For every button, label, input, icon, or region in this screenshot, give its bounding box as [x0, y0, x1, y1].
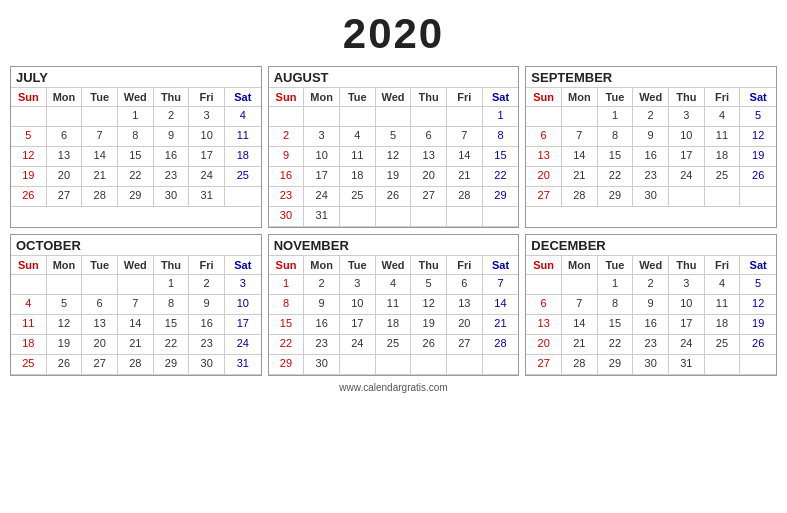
empty-cell: [669, 187, 705, 207]
day-cell: 3: [669, 275, 705, 295]
day-cell: 16: [304, 315, 340, 335]
day-cell: 2: [304, 275, 340, 295]
day-cell: 7: [447, 127, 483, 147]
day-cell: 26: [11, 187, 47, 207]
day-header-thu: Thu: [411, 88, 447, 107]
day-cell: 11: [11, 315, 47, 335]
day-cell: 21: [562, 167, 598, 187]
empty-cell: [562, 275, 598, 295]
empty-cell: [376, 355, 412, 375]
day-cell: 2: [154, 107, 190, 127]
day-header-fri: Fri: [705, 88, 741, 107]
day-cell: 29: [118, 187, 154, 207]
month-calendar-november: NOVEMBERSunMonTueWedThuFriSat12345678910…: [268, 234, 520, 376]
empty-cell: [304, 107, 340, 127]
day-cell: 7: [562, 127, 598, 147]
day-cell: 14: [562, 147, 598, 167]
day-cell: 8: [483, 127, 519, 147]
day-header-wed: Wed: [118, 88, 154, 107]
day-cell: 15: [154, 315, 190, 335]
day-cell: 10: [669, 295, 705, 315]
day-cell: 9: [633, 295, 669, 315]
day-cell: 19: [47, 335, 83, 355]
day-header-sun: Sun: [526, 88, 562, 107]
day-header-thu: Thu: [669, 256, 705, 275]
empty-cell: [411, 107, 447, 127]
day-cell: 24: [225, 335, 261, 355]
day-cell: 10: [669, 127, 705, 147]
empty-cell: [447, 207, 483, 227]
day-header-sun: Sun: [526, 256, 562, 275]
month-name-july: JULY: [16, 70, 256, 85]
day-cell: 27: [447, 335, 483, 355]
day-header-sat: Sat: [225, 88, 261, 107]
day-cell: 28: [562, 355, 598, 375]
day-cell: 4: [705, 107, 741, 127]
day-cell: 10: [225, 295, 261, 315]
empty-cell: [340, 355, 376, 375]
month-calendar-august: AUGUSTSunMonTueWedThuFriSat1234567891011…: [268, 66, 520, 228]
footer-text: www.calendargratis.com: [339, 382, 447, 393]
day-cell: 28: [118, 355, 154, 375]
day-cell: 20: [411, 167, 447, 187]
day-cell: 25: [705, 335, 741, 355]
day-cell: 16: [633, 315, 669, 335]
empty-cell: [562, 107, 598, 127]
day-cell: 21: [562, 335, 598, 355]
day-header-thu: Thu: [154, 256, 190, 275]
day-cell: 1: [598, 275, 634, 295]
day-cell: 5: [740, 275, 776, 295]
day-cell: 24: [304, 187, 340, 207]
day-header-tue: Tue: [340, 88, 376, 107]
day-cell: 5: [740, 107, 776, 127]
day-cell: 5: [47, 295, 83, 315]
day-cell: 23: [189, 335, 225, 355]
day-cell: 14: [483, 295, 519, 315]
day-header-sat: Sat: [740, 88, 776, 107]
day-cell: 12: [740, 127, 776, 147]
day-cell: 13: [447, 295, 483, 315]
day-cell: 22: [118, 167, 154, 187]
day-cell: 11: [225, 127, 261, 147]
day-cell: 23: [304, 335, 340, 355]
day-cell: 31: [225, 355, 261, 375]
day-cell: 18: [376, 315, 412, 335]
day-cell: 25: [340, 187, 376, 207]
day-cell: 30: [189, 355, 225, 375]
day-cell: 18: [11, 335, 47, 355]
day-header-sat: Sat: [225, 256, 261, 275]
empty-cell: [447, 355, 483, 375]
day-header-wed: Wed: [633, 88, 669, 107]
day-cell: 8: [598, 127, 634, 147]
day-header-wed: Wed: [376, 88, 412, 107]
day-cell: 11: [705, 127, 741, 147]
day-cell: 31: [304, 207, 340, 227]
day-cell: 8: [269, 295, 305, 315]
day-cell: 28: [447, 187, 483, 207]
day-cell: 5: [411, 275, 447, 295]
day-header-sat: Sat: [483, 88, 519, 107]
day-cell: 12: [740, 295, 776, 315]
month-name-september: SEPTEMBER: [531, 70, 771, 85]
empty-cell: [225, 187, 261, 207]
day-cell: 29: [598, 187, 634, 207]
day-cell: 15: [598, 315, 634, 335]
day-cell: 1: [598, 107, 634, 127]
day-cell: 10: [189, 127, 225, 147]
day-cell: 23: [633, 167, 669, 187]
day-cell: 3: [225, 275, 261, 295]
day-cell: 23: [269, 187, 305, 207]
day-cell: 5: [376, 127, 412, 147]
day-cell: 7: [483, 275, 519, 295]
empty-cell: [11, 275, 47, 295]
day-cell: 31: [669, 355, 705, 375]
day-cell: 4: [11, 295, 47, 315]
day-cell: 27: [526, 187, 562, 207]
day-cell: 22: [269, 335, 305, 355]
empty-cell: [411, 355, 447, 375]
day-cell: 21: [483, 315, 519, 335]
day-header-wed: Wed: [118, 256, 154, 275]
empty-cell: [705, 355, 741, 375]
day-cell: 24: [669, 335, 705, 355]
day-cell: 20: [526, 335, 562, 355]
